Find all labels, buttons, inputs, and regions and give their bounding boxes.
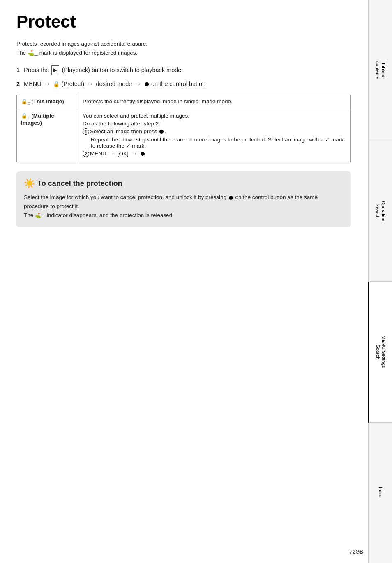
table-row-2: 🔒□ (MultipleImages) You can select and p… (17, 109, 351, 162)
page-title: Protect (16, 12, 351, 31)
tip-box: ☀️ To cancel the protection Select the i… (16, 171, 351, 227)
bullet-circle (145, 82, 149, 86)
table-row-1: 🔒□ (This Image) Protects the currently d… (17, 95, 351, 109)
sidebar-label-toc: Table ofcontents (374, 61, 387, 79)
row1-label: 🔒□ (This Image) (17, 95, 78, 109)
row2-step1: 1Select an image then press . (83, 128, 346, 135)
sidebar-label-index: Index (377, 487, 383, 498)
row2-line2: Do as the following after step 2. (83, 120, 346, 127)
bullet-step2 (141, 152, 145, 156)
intro-line2: The ⛳— mark is displayed for registered … (16, 50, 137, 56)
main-content: Protect Protects recorded images against… (0, 0, 367, 243)
sidebar-label-menu: MENU/SettingsSearch (375, 336, 387, 368)
step2-number: 2 (16, 81, 20, 87)
tip-icon: ☀️ (24, 178, 35, 189)
intro-text: Protects recorded images against acciden… (16, 39, 351, 58)
step-1: 1 Press the ▶ (Playback) button to switc… (16, 65, 351, 75)
bullet-step1 (159, 130, 164, 134)
playback-icon: ▶ (51, 65, 59, 75)
row2-line1: You can select and protect multiple imag… (83, 113, 346, 119)
tip-line2: The ⛳— indicator disappears, and the pro… (24, 211, 344, 220)
circled-2: 2 (83, 151, 89, 157)
row2-label: 🔒□ (MultipleImages) (17, 109, 78, 162)
sidebar-tab-menu-settings[interactable]: MENU/SettingsSearch (368, 282, 392, 423)
sidebar-tab-table-of-contents[interactable]: Table ofcontents (368, 0, 392, 141)
protect-symbol: 🔒 (53, 81, 60, 87)
circled-1: 1 (83, 128, 89, 135)
tip-title: ☀️ To cancel the protection (24, 178, 344, 189)
step1-number: 1 (16, 67, 20, 73)
step-2: 2 MENU → 🔒 (Protect) → desired mode → on… (16, 79, 351, 89)
intro-line1: Protects recorded images against acciden… (16, 41, 148, 47)
page-number: 72GB (350, 549, 363, 555)
sidebar: Table ofcontents OperationSearch MENU/Se… (368, 0, 392, 563)
sidebar-tab-index[interactable]: Index (368, 423, 392, 563)
tip-bullet (229, 196, 233, 200)
row1-desc: Protects the currently displayed image i… (78, 95, 351, 109)
sidebar-tab-operation-search[interactable]: OperationSearch (368, 141, 392, 282)
tip-line1: Select the image for which you want to c… (24, 193, 344, 211)
tip-title-text: To cancel the protection (37, 179, 122, 188)
row2-step1-indent: Repeat the above steps until there are n… (91, 137, 346, 149)
sidebar-label-operation: OperationSearch (374, 201, 387, 222)
row2-desc: You can select and protect multiple imag… (78, 109, 351, 162)
mode-table: 🔒□ (This Image) Protects the currently d… (16, 95, 351, 163)
tip-body: Select the image for which you want to c… (24, 193, 344, 220)
row2-step2: 2MENU → [OK] → (83, 151, 346, 157)
